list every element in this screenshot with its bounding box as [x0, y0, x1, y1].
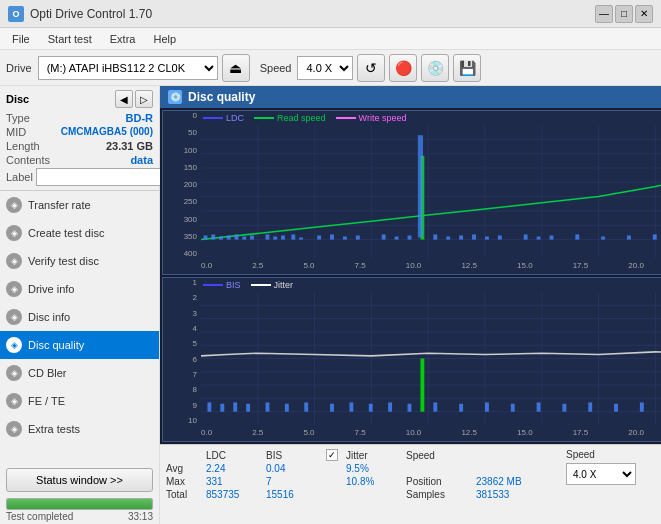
sidebar-item-transfer-rate[interactable]: ◈ Transfer rate [0, 191, 159, 219]
menu-start-test[interactable]: Start test [40, 31, 100, 47]
fe-te-label: FE / TE [28, 395, 65, 407]
progress-bar [6, 498, 153, 510]
chart2-legend: BIS Jitter [203, 280, 293, 290]
svg-rect-40 [472, 234, 476, 239]
sidebar-item-create-test-disc[interactable]: ◈ Create test disc [0, 219, 159, 247]
legend-read: Read speed [254, 113, 326, 123]
speed-display-row: Speed 4.18 X [566, 449, 661, 460]
chart-ldc: LDC Read speed Write speed 400 350 300 [162, 110, 661, 275]
time-text: 33:13 [128, 511, 153, 522]
svg-rect-81 [266, 402, 270, 411]
status-window-button[interactable]: Status window >> [6, 468, 153, 492]
contents-value: data [130, 154, 153, 166]
menu-file[interactable]: File [4, 31, 38, 47]
sidebar-item-extra-tests[interactable]: ◈ Extra tests [0, 415, 159, 443]
speed-display-label: Speed [566, 449, 595, 460]
minimize-button[interactable]: — [595, 5, 613, 23]
speed-label: Speed [260, 62, 292, 74]
chart1-y-axis: 400 350 300 250 200 150 100 50 0 [163, 111, 199, 258]
window-controls: — □ ✕ [595, 5, 653, 23]
svg-rect-48 [627, 235, 631, 239]
jitter-checkbox[interactable]: ✓ [326, 449, 338, 461]
svg-rect-28 [299, 238, 303, 240]
avg-jitter: 9.5% [346, 463, 406, 474]
verify-test-disc-icon: ◈ [6, 253, 22, 269]
type-value: BD-R [126, 112, 154, 124]
sidebar-item-fe-te[interactable]: ◈ FE / TE [0, 387, 159, 415]
sidebar-item-verify-test-disc[interactable]: ◈ Verify test disc [0, 247, 159, 275]
position-label: Position [406, 476, 476, 487]
maximize-button[interactable]: □ [615, 5, 633, 23]
svg-rect-37 [433, 234, 437, 239]
svg-rect-46 [575, 234, 579, 239]
create-test-disc-icon: ◈ [6, 225, 22, 241]
save-button[interactable]: 💾 [453, 54, 481, 82]
menu-help[interactable]: Help [145, 31, 184, 47]
total-label: Total [166, 489, 206, 500]
svg-rect-38 [446, 237, 450, 240]
cd-bler-icon: ◈ [6, 365, 22, 381]
menu-extra[interactable]: Extra [102, 31, 144, 47]
drive-selector[interactable]: (M:) ATAPI iHBS112 2 CL0K [38, 56, 218, 80]
refresh-button[interactable]: ↺ [357, 54, 385, 82]
speed-selector[interactable]: 4.0 X [297, 56, 353, 80]
svg-rect-19 [219, 237, 223, 240]
create-test-disc-label: Create test disc [28, 227, 104, 239]
svg-rect-93 [511, 404, 515, 412]
svg-rect-26 [281, 235, 285, 239]
stats-area: LDC BIS ✓ Jitter Speed Avg 2.24 0.04 9.5… [160, 444, 661, 524]
length-value: 23.31 GB [106, 140, 153, 152]
svg-rect-79 [233, 402, 237, 411]
label-input[interactable] [36, 168, 169, 186]
sidebar-item-disc-info[interactable]: ◈ Disc info [0, 303, 159, 331]
svg-rect-82 [285, 404, 289, 412]
chart1-legend: LDC Read speed Write speed [203, 113, 406, 123]
disc-button[interactable]: 💿 [421, 54, 449, 82]
sidebar: Disc ◀ ▷ Type BD-R MID CMCMAGBA5 (000) L… [0, 86, 160, 524]
svg-rect-41 [485, 237, 489, 240]
verify-test-disc-label: Verify test disc [28, 255, 99, 267]
disc-icon-btn-1[interactable]: ◀ [115, 90, 133, 108]
svg-rect-18 [211, 234, 215, 239]
avg-label: Avg [166, 463, 206, 474]
disc-icon-btn-2[interactable]: ▷ [135, 90, 153, 108]
burn-button[interactable]: 🔴 [389, 54, 417, 82]
title-bar-left: O Opti Drive Control 1.70 [8, 6, 152, 22]
stats-avg-row: Avg 2.24 0.04 9.5% [166, 463, 556, 474]
app-icon: O [8, 6, 24, 22]
svg-rect-98 [640, 402, 644, 411]
svg-rect-95 [562, 404, 566, 412]
svg-rect-44 [537, 237, 541, 240]
title-bar: O Opti Drive Control 1.70 — □ ✕ [0, 0, 661, 28]
eject-button[interactable]: ⏏ [222, 54, 250, 82]
progress-fill [7, 499, 152, 509]
svg-rect-87 [388, 402, 392, 411]
legend-bis: BIS [203, 280, 241, 290]
svg-rect-17 [204, 235, 208, 239]
sidebar-item-disc-quality[interactable]: ◈ Disc quality [0, 331, 159, 359]
speed-select-stats[interactable]: 4.0 X [566, 463, 636, 485]
svg-rect-88 [408, 404, 412, 412]
svg-rect-39 [459, 235, 463, 239]
close-button[interactable]: ✕ [635, 5, 653, 23]
avg-ldc: 2.24 [206, 463, 266, 474]
stats-max-row: Max 331 7 10.8% Position 23862 MB [166, 476, 556, 487]
bis-header: BIS [266, 450, 326, 461]
samples-value: 381533 [476, 489, 556, 500]
svg-rect-83 [304, 402, 308, 411]
svg-rect-27 [291, 234, 295, 239]
contents-label: Contents [6, 154, 50, 166]
disc-info-icon: ◈ [6, 309, 22, 325]
speed-select-row: 4.0 X [566, 463, 661, 485]
svg-rect-92 [485, 402, 489, 411]
content-area: 💿 Disc quality LDC Read speed [160, 86, 661, 524]
svg-rect-49 [653, 234, 657, 239]
label-label: Label [6, 171, 33, 183]
sidebar-item-cd-bler[interactable]: ◈ CD Bler [0, 359, 159, 387]
drive-label: Drive [6, 62, 32, 74]
svg-rect-23 [250, 235, 254, 239]
svg-rect-30 [330, 234, 334, 239]
svg-rect-86 [369, 404, 373, 412]
svg-rect-58 [418, 135, 423, 237]
sidebar-item-drive-info[interactable]: ◈ Drive info [0, 275, 159, 303]
